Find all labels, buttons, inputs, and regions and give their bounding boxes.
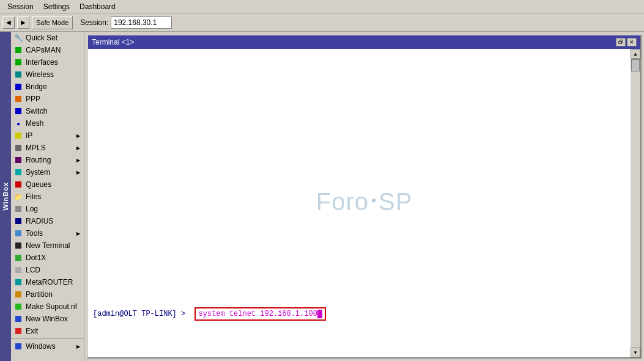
sidebar-separator bbox=[11, 338, 84, 339]
terminal-body[interactable]: Foro SP [admin@OLT TP-LINK] > system tel… bbox=[88, 49, 640, 357]
sidebar-item-new-winbox[interactable]: New WinBox bbox=[11, 313, 84, 325]
bridge-icon bbox=[13, 82, 23, 92]
partition-label: Partition bbox=[26, 290, 53, 299]
cmd-input-box[interactable]: system telnet 192.168.1.100 bbox=[194, 307, 325, 321]
switch-icon bbox=[13, 106, 23, 116]
metarouter-icon bbox=[13, 277, 23, 287]
sidebar-item-queues[interactable]: Queues bbox=[11, 178, 84, 191]
mpls-icon bbox=[13, 143, 23, 153]
sidebar-item-radius[interactable]: RADIUS bbox=[11, 215, 84, 227]
sidebar-item-exit[interactable]: Exit bbox=[11, 325, 84, 337]
dot1x-icon bbox=[13, 253, 23, 263]
sidebar-item-partition[interactable]: Partition bbox=[11, 288, 84, 301]
tools-label: Tools bbox=[26, 229, 43, 238]
system-icon bbox=[13, 167, 23, 177]
mesh-icon: ● bbox=[13, 119, 23, 128]
queues-label: Queues bbox=[26, 180, 51, 189]
interfaces-icon bbox=[13, 57, 23, 67]
quick-set-label: Quick Set bbox=[26, 34, 57, 42]
partition-icon bbox=[13, 290, 23, 299]
new-terminal-label: New Terminal bbox=[26, 241, 70, 250]
sidebar-item-tools[interactable]: Tools bbox=[11, 227, 84, 239]
sidebar-item-dot1x[interactable]: Dot1X bbox=[11, 252, 84, 264]
terminal-restore-button[interactable]: 🗗 bbox=[616, 38, 626, 46]
log-icon bbox=[13, 204, 23, 214]
winbox-label: WinBox bbox=[0, 32, 11, 361]
switch-label: Switch bbox=[26, 107, 47, 115]
queues-icon bbox=[13, 180, 23, 189]
dot1x-label: Dot1X bbox=[26, 253, 46, 262]
winbox-text: WinBox bbox=[2, 182, 9, 211]
menu-settings[interactable]: Settings bbox=[39, 1, 75, 12]
cmd-text: system telnet 192.168.1.100 bbox=[198, 310, 317, 318]
watermark: Foro SP bbox=[316, 188, 413, 216]
terminal-close-button[interactable]: ✕ bbox=[627, 38, 637, 46]
safemode-button[interactable]: Safe Mode bbox=[32, 16, 73, 29]
system-label: System bbox=[26, 168, 50, 177]
sidebar-item-routing[interactable]: Routing bbox=[11, 154, 84, 166]
new-winbox-icon bbox=[13, 314, 23, 324]
interfaces-label: Interfaces bbox=[26, 58, 58, 67]
sidebar: WinBox 🔧 Quick Set CAPsMAN Interfaces Wi… bbox=[0, 32, 84, 361]
sidebar-item-metarouter[interactable]: MetaROUTER bbox=[11, 276, 84, 288]
scroll-track bbox=[631, 59, 640, 348]
terminal-titlebar: Terminal <1> 🗗 ✕ bbox=[88, 35, 640, 49]
cmd-arrow bbox=[188, 310, 192, 318]
scroll-down-button[interactable]: ▼ bbox=[631, 348, 640, 357]
wireless-icon bbox=[13, 70, 23, 79]
radius-icon bbox=[13, 216, 23, 226]
back-button[interactable]: ◀ bbox=[2, 16, 15, 29]
sidebar-item-make-supout[interactable]: Make Supout.rif bbox=[11, 301, 84, 313]
sidebar-item-mesh[interactable]: ● Mesh bbox=[11, 117, 84, 129]
windows-label: Windows bbox=[26, 342, 56, 351]
terminal-controls: 🗗 ✕ bbox=[616, 38, 637, 46]
exit-icon bbox=[13, 326, 23, 336]
sidebar-item-bridge[interactable]: Bridge bbox=[11, 81, 84, 93]
sidebar-item-switch[interactable]: Switch bbox=[11, 105, 84, 117]
quick-set-icon: 🔧 bbox=[13, 33, 23, 43]
sidebar-item-mpls[interactable]: MPLS bbox=[11, 142, 84, 154]
session-label: Session: bbox=[80, 18, 108, 27]
exit-label: Exit bbox=[26, 327, 38, 335]
toolbar: ◀ ▶ Safe Mode Session: 192.168.30.1 bbox=[0, 13, 644, 32]
sidebar-item-ip[interactable]: IP bbox=[11, 129, 84, 142]
capsman-label: CAPsMAN bbox=[26, 46, 61, 54]
forward-button[interactable]: ▶ bbox=[17, 16, 29, 29]
menu-session[interactable]: Session bbox=[2, 1, 39, 12]
sidebar-item-wireless[interactable]: Wireless bbox=[11, 68, 84, 81]
mpls-label: MPLS bbox=[26, 144, 46, 152]
metarouter-label: MetaROUTER bbox=[26, 278, 73, 286]
sidebar-item-ppp[interactable]: PPP bbox=[11, 93, 84, 105]
wireless-label: Wireless bbox=[26, 70, 54, 79]
lcd-label: LCD bbox=[26, 266, 40, 274]
capsman-icon bbox=[13, 45, 23, 55]
terminal-scrollbar: ▲ ▼ bbox=[631, 49, 640, 357]
sidebar-item-lcd[interactable]: LCD bbox=[11, 264, 84, 276]
terminal-title: Terminal <1> bbox=[92, 38, 134, 46]
content-area: Terminal <1> 🗗 ✕ Foro SP [admin@OLT TP-L… bbox=[84, 32, 644, 361]
ppp-label: PPP bbox=[26, 95, 40, 103]
sidebar-item-system[interactable]: System bbox=[11, 166, 84, 178]
scroll-up-button[interactable]: ▲ bbox=[631, 49, 640, 59]
radius-label: RADIUS bbox=[26, 217, 53, 225]
session-value: 192.168.30.1 bbox=[111, 16, 172, 29]
terminal-window: Terminal <1> 🗗 ✕ Foro SP [admin@OLT TP-L… bbox=[87, 34, 642, 359]
make-supout-icon bbox=[13, 302, 23, 312]
sidebar-item-windows[interactable]: Windows bbox=[11, 340, 84, 352]
menu-bar: Session Settings Dashboard bbox=[0, 0, 644, 13]
new-terminal-icon bbox=[13, 241, 23, 250]
cmd-prompt: [admin@OLT TP-LINK] > bbox=[93, 310, 185, 318]
sidebar-item-interfaces[interactable]: Interfaces bbox=[11, 56, 84, 68]
tools-icon bbox=[13, 228, 23, 238]
menu-dashboard[interactable]: Dashboard bbox=[75, 1, 120, 12]
sidebar-item-log[interactable]: Log bbox=[11, 203, 84, 215]
mesh-label: Mesh bbox=[26, 119, 43, 128]
windows-icon bbox=[13, 341, 23, 351]
log-label: Log bbox=[26, 205, 38, 213]
sidebar-item-quick-set[interactable]: 🔧 Quick Set bbox=[11, 32, 84, 44]
new-winbox-label: New WinBox bbox=[26, 315, 68, 323]
sidebar-item-new-terminal[interactable]: New Terminal bbox=[11, 239, 84, 252]
scroll-thumb[interactable] bbox=[631, 59, 640, 71]
sidebar-item-capsman[interactable]: CAPsMAN bbox=[11, 44, 84, 56]
sidebar-item-files[interactable]: 📁 Files bbox=[11, 191, 84, 203]
